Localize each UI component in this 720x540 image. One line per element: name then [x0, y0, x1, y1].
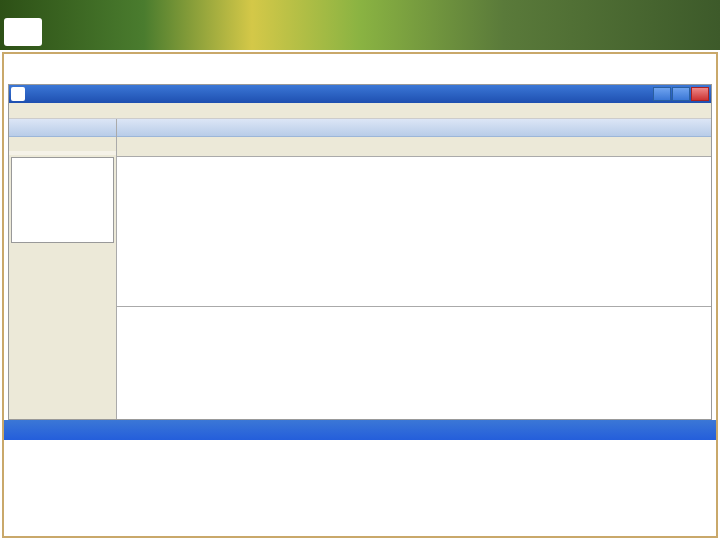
project-list-header — [9, 151, 116, 155]
left-panel-header — [9, 119, 116, 137]
window-titlebar — [9, 85, 711, 103]
close-button[interactable] — [691, 87, 709, 101]
details-header — [117, 119, 711, 137]
right-panel — [117, 119, 711, 419]
menu-bar — [9, 103, 711, 119]
banner-image — [0, 0, 720, 50]
results-grid[interactable] — [117, 307, 711, 419]
app-window — [8, 84, 712, 420]
list-item[interactable] — [14, 164, 111, 166]
slide-frame — [2, 52, 718, 538]
maximize-button[interactable] — [672, 87, 690, 101]
fields-area — [117, 157, 711, 307]
refresh-link[interactable] — [9, 137, 116, 151]
app-icon — [11, 87, 25, 101]
minimize-button[interactable] — [653, 87, 671, 101]
ffi-logo — [4, 18, 42, 46]
tab-bar — [117, 141, 711, 157]
taskbar — [4, 420, 716, 440]
left-panel — [9, 119, 117, 419]
project-list[interactable] — [11, 157, 114, 243]
